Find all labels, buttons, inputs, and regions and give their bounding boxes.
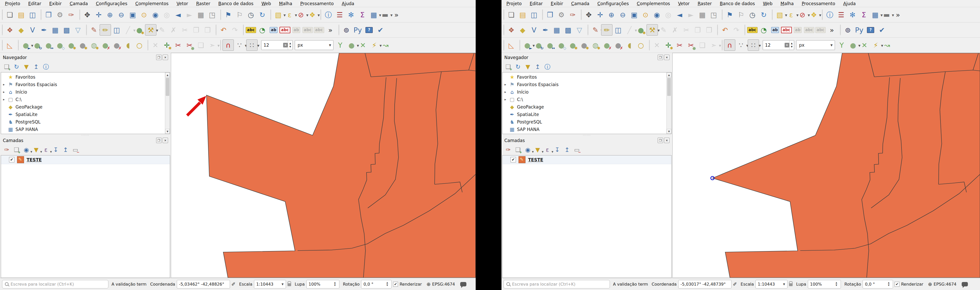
snapping-tolerance-spinbox[interactable]: 12 ✕ ▲▼	[261, 40, 293, 50]
menu-vetor[interactable]: Vetor	[675, 0, 693, 7]
menu-projeto[interactable]: Projeto	[503, 0, 525, 7]
move-label-button[interactable]: abc ▼	[815, 24, 826, 36]
add-mesh-layer-button[interactable]: ▽ ▼	[574, 24, 585, 36]
float-panel-icon[interactable]: ❐	[658, 55, 663, 60]
zoom-last-button[interactable]: ◄ ▼	[674, 9, 685, 21]
select-by-expression-button[interactable]: ε ▼	[284, 9, 295, 21]
browser-item-favoritos-espaciais[interactable]: ▸ ⚑ Favoritos Espaciais	[503, 81, 671, 88]
add-geopackage-layer-button[interactable]: ◆ ▼	[16, 24, 27, 36]
current-edits-button[interactable]: ✎ ▼	[590, 24, 601, 36]
stream-digitizing-button[interactable]: ↝ ▼	[380, 40, 391, 51]
style-manager-button[interactable]: ✑ ▼	[65, 9, 77, 21]
menu-web[interactable]: Web	[760, 0, 776, 7]
geometry-checker-button[interactable]: ✔ ▼	[375, 24, 386, 36]
rotation-spinbox[interactable]: 0,0 ° ▲▼	[361, 280, 391, 288]
toolbar-grip[interactable]	[242, 25, 244, 35]
temporal-controller-button[interactable]: ◷ ▼	[245, 9, 256, 21]
pan-to-selection-button[interactable]: ✛ ▼	[93, 9, 104, 21]
coordinate-input[interactable]: -5,03017° -42,48739°	[678, 280, 732, 288]
zoom-out-button[interactable]: ⊖ ▼	[617, 9, 628, 21]
zoom-next-button[interactable]: ► ▼	[685, 9, 697, 21]
float-panel-icon[interactable]: ❐	[658, 138, 663, 143]
layer-visibility-checkbox[interactable]: ✔	[9, 157, 14, 162]
enable-snapping-button[interactable]: ∩ ▼	[223, 40, 234, 51]
menu-malha[interactable]: Malha	[276, 0, 296, 7]
measure-button[interactable]: ▬ ▼	[379, 9, 391, 21]
add-vector-layer-button[interactable]: V ▼	[528, 24, 540, 36]
refresh-map-button[interactable]: ↻ ▼	[256, 9, 268, 21]
deselect-features-button[interactable]: ⊘ ▼	[295, 9, 307, 21]
menu-exibir[interactable]: Exibir	[46, 0, 65, 7]
close-panel-icon[interactable]: ✕	[162, 55, 168, 60]
snapping-units-combo[interactable]: px ▼	[295, 40, 334, 50]
python-console-button[interactable]: Py ▼	[854, 24, 865, 36]
open-project-button[interactable]: ▤ ▼	[517, 9, 528, 21]
refresh-map-button[interactable]: ↻ ▼	[758, 9, 769, 21]
toolbar-grip[interactable]	[503, 40, 505, 50]
snapping-mode-button[interactable]: ∵ ▼	[234, 40, 245, 51]
pan-map-button[interactable]: ✥ ▼	[81, 9, 93, 21]
deselect-features-button[interactable]: ⊘ ▼	[797, 9, 808, 21]
toolbar-overflow-button[interactable]: » ▼	[892, 9, 904, 21]
filter-legend-button[interactable]: ▼ ▼	[32, 146, 41, 154]
layer-row[interactable]: ✔ ✎ TESTE	[1, 155, 170, 164]
browser-properties-button[interactable]: ⓘ ▼	[41, 62, 50, 71]
add-mesh-layer-button[interactable]: ▽ ▼	[72, 24, 84, 36]
snapping-units-combo[interactable]: px ▼	[796, 40, 835, 50]
new-print-layout-button[interactable]: ❐ ▼	[43, 9, 54, 21]
epsg-badge[interactable]: EPSG:4674	[432, 282, 455, 287]
toolbar-grip[interactable]	[270, 10, 272, 20]
magnifier-spinbox[interactable]: 100% ▲▼	[808, 280, 841, 288]
fill-ring-button[interactable]: ◍ ✱ ▼	[590, 40, 601, 51]
labeling-single-button[interactable]: ab ▼	[769, 24, 781, 36]
scrollbar-thumb[interactable]	[166, 78, 169, 96]
remove-layer-button[interactable]: ▭ − ▼	[573, 146, 581, 154]
browser-item-spatialite[interactable]: ▸ ✒ SpatiaLite	[1, 111, 170, 118]
rotate-point-symbols-button[interactable]: ➣ ▼	[207, 40, 218, 51]
move-label-button[interactable]: abc ▼	[313, 24, 325, 36]
close-panel-icon[interactable]: ✕	[664, 138, 670, 143]
browser-scrollbar[interactable]: ▲ ▼	[667, 73, 671, 134]
toolbar-grip[interactable]	[215, 25, 217, 35]
zoom-native-button[interactable]: ◎ ▼	[161, 9, 172, 21]
spinner-arrows[interactable]: ▲▼	[288, 40, 293, 50]
browser-item-favoritos[interactable]: ▸ ★ Favoritos	[503, 73, 671, 81]
menu-camada[interactable]: Camada	[568, 0, 593, 7]
menu-ajuda[interactable]: Ajuda	[338, 0, 358, 7]
reshape-features-button[interactable]: ✕ ▼	[651, 40, 663, 51]
help-contents-button[interactable]: ? ▼	[363, 24, 375, 36]
data-source-manager-button[interactable]: ❖ ▼	[4, 24, 16, 36]
browser-filter-button[interactable]: ▼ ▼	[523, 62, 532, 71]
field-calculator-button[interactable]: ☰ ▼	[334, 9, 345, 21]
remove-layer-button[interactable]: ▭ − ▼	[71, 146, 80, 154]
filter-by-expression-button[interactable]: ε ▼	[41, 146, 50, 154]
zoom-to-layer-button[interactable]: ◉ ▼	[150, 9, 161, 21]
browser-item-stac[interactable]: ▸ ❏ STAC	[1, 133, 170, 134]
snapping-on-intersection-button[interactable]: ● ▼	[346, 40, 357, 51]
dropdown-arrow-icon[interactable]: ▼	[819, 14, 821, 17]
trim-extend-button[interactable]: ✛ ✱ ▼	[663, 40, 674, 51]
layer-diagram-button[interactable]: ◔ ▼	[758, 24, 769, 36]
tracing-x-button[interactable]: ✕ ▼	[859, 40, 870, 51]
rotate-feature-button[interactable]: ● ↻ ▼	[533, 40, 544, 51]
split-parts-button[interactable]: ✂ ● ▼	[685, 40, 697, 51]
menu-configuracoes[interactable]: Configurações	[92, 0, 130, 7]
scale-lock-icon[interactable]	[789, 283, 792, 286]
layer-diagram-button[interactable]: ◔ ▼	[256, 24, 268, 36]
toolbar-grip[interactable]	[744, 25, 746, 35]
messages-balloon-icon[interactable]	[460, 282, 466, 287]
close-panel-icon[interactable]: ✕	[664, 55, 670, 60]
add-group-button[interactable]: ❑ + ▼	[12, 146, 21, 154]
browser-item-favoritos[interactable]: ▸ ★ Favoritos	[1, 73, 170, 81]
browser-item-c-drive[interactable]: ▸ ▢ C:\	[503, 96, 671, 103]
enable-snapping-button[interactable]: ∩ ▼	[724, 40, 735, 51]
toolbar-grip[interactable]	[17, 40, 19, 50]
geometry-checker-button[interactable]: ✔ ▼	[876, 24, 888, 36]
scale-combo[interactable]: 1:10443 ▼	[756, 280, 788, 288]
scale-lock-icon[interactable]	[288, 283, 291, 286]
layer-labeling-button[interactable]: abc ▼	[747, 24, 758, 36]
browser-item-sap-hana[interactable]: ▸ ▦ SAP HANA	[1, 125, 170, 133]
expand-arrow-icon[interactable]: ▸	[503, 82, 508, 86]
toolbar-overflow-2-button[interactable]: » ▼	[826, 24, 838, 36]
layer-name[interactable]: TESTE	[27, 157, 42, 162]
